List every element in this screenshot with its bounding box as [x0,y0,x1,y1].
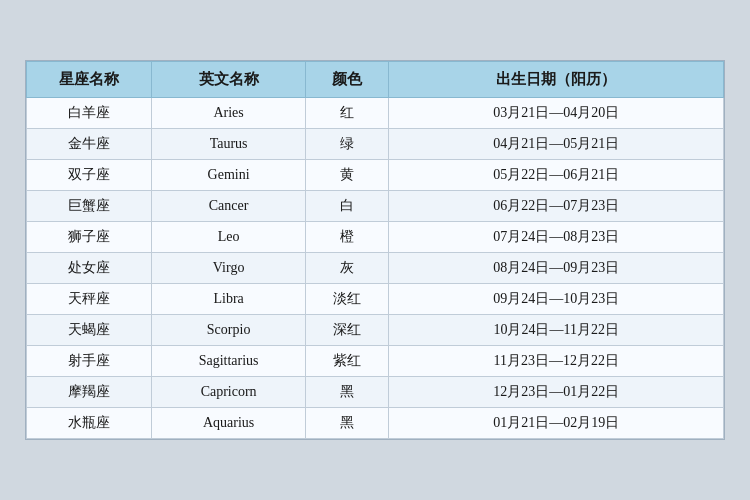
cell-zh: 双子座 [27,160,152,191]
cell-en: Taurus [152,129,305,160]
cell-zh: 天秤座 [27,284,152,315]
cell-en: Libra [152,284,305,315]
cell-date: 04月21日—05月21日 [389,129,724,160]
cell-color: 红 [305,98,389,129]
header-en: 英文名称 [152,62,305,98]
cell-color: 黑 [305,377,389,408]
cell-zh: 狮子座 [27,222,152,253]
table-row: 天秤座Libra淡红09月24日—10月23日 [27,284,724,315]
cell-color: 深红 [305,315,389,346]
zodiac-table: 星座名称 英文名称 颜色 出生日期（阳历） 白羊座Aries红03月21日—04… [26,61,724,439]
table-header-row: 星座名称 英文名称 颜色 出生日期（阳历） [27,62,724,98]
cell-zh: 金牛座 [27,129,152,160]
table-row: 水瓶座Aquarius黑01月21日—02月19日 [27,408,724,439]
table-body: 白羊座Aries红03月21日—04月20日金牛座Taurus绿04月21日—0… [27,98,724,439]
cell-date: 11月23日—12月22日 [389,346,724,377]
table-row: 射手座Sagittarius紫红11月23日—12月22日 [27,346,724,377]
cell-date: 05月22日—06月21日 [389,160,724,191]
table-row: 巨蟹座Cancer白06月22日—07月23日 [27,191,724,222]
cell-color: 紫红 [305,346,389,377]
cell-date: 07月24日—08月23日 [389,222,724,253]
cell-en: Cancer [152,191,305,222]
cell-zh: 射手座 [27,346,152,377]
zodiac-table-wrapper: 星座名称 英文名称 颜色 出生日期（阳历） 白羊座Aries红03月21日—04… [25,60,725,440]
table-row: 白羊座Aries红03月21日—04月20日 [27,98,724,129]
cell-date: 08月24日—09月23日 [389,253,724,284]
header-date: 出生日期（阳历） [389,62,724,98]
cell-color: 淡红 [305,284,389,315]
cell-zh: 天蝎座 [27,315,152,346]
cell-color: 橙 [305,222,389,253]
cell-en: Virgo [152,253,305,284]
cell-date: 10月24日—11月22日 [389,315,724,346]
cell-en: Aries [152,98,305,129]
cell-zh: 水瓶座 [27,408,152,439]
cell-date: 06月22日—07月23日 [389,191,724,222]
header-color: 颜色 [305,62,389,98]
header-zh: 星座名称 [27,62,152,98]
cell-en: Scorpio [152,315,305,346]
cell-date: 12月23日—01月22日 [389,377,724,408]
cell-date: 03月21日—04月20日 [389,98,724,129]
cell-en: Capricorn [152,377,305,408]
cell-en: Sagittarius [152,346,305,377]
cell-date: 09月24日—10月23日 [389,284,724,315]
cell-color: 白 [305,191,389,222]
cell-color: 黄 [305,160,389,191]
cell-zh: 巨蟹座 [27,191,152,222]
cell-date: 01月21日—02月19日 [389,408,724,439]
cell-color: 黑 [305,408,389,439]
table-row: 天蝎座Scorpio深红10月24日—11月22日 [27,315,724,346]
cell-color: 绿 [305,129,389,160]
cell-en: Gemini [152,160,305,191]
cell-en: Aquarius [152,408,305,439]
table-row: 金牛座Taurus绿04月21日—05月21日 [27,129,724,160]
table-row: 双子座Gemini黄05月22日—06月21日 [27,160,724,191]
cell-en: Leo [152,222,305,253]
table-row: 狮子座Leo橙07月24日—08月23日 [27,222,724,253]
table-row: 摩羯座Capricorn黑12月23日—01月22日 [27,377,724,408]
table-row: 处女座Virgo灰08月24日—09月23日 [27,253,724,284]
cell-color: 灰 [305,253,389,284]
cell-zh: 摩羯座 [27,377,152,408]
cell-zh: 处女座 [27,253,152,284]
cell-zh: 白羊座 [27,98,152,129]
